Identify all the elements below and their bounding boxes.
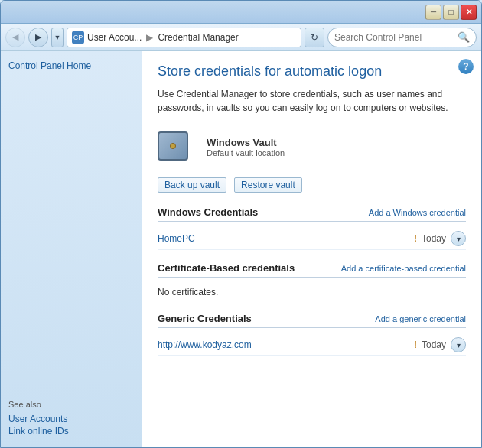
vault-actions: Back up vault Restore vault	[158, 177, 466, 193]
restore-vault-button[interactable]: Restore vault	[234, 177, 302, 193]
sidebar-item-home[interactable]: Control Panel Home	[8, 60, 134, 71]
main-window: ─ □ ✕ ◀ ▶ ▼ CP User Accou... ▶ Credentia…	[0, 0, 482, 448]
help-button[interactable]: ?	[458, 59, 474, 74]
dropdown-icon: ▼	[54, 34, 61, 41]
sidebar-item-user-accounts[interactable]: User Accounts	[8, 414, 134, 424]
generic-credentials-header: Generic Credentials Add a generic creden…	[158, 313, 466, 328]
homepc-expand-button[interactable]: ▾	[451, 231, 466, 246]
generic-credential-kodyaz: http://www.kodyaz.com ! Today ▾	[158, 334, 466, 356]
content-panel: ? Store credentials for automatic logon …	[142, 51, 481, 447]
vault-name: Windows Vault	[207, 137, 285, 148]
forward-button[interactable]: ▶	[28, 28, 48, 47]
windows-credentials-header: Windows Credentials Add a Windows creden…	[158, 206, 466, 222]
refresh-icon: ↻	[311, 32, 318, 43]
add-generic-credential-link[interactable]: Add a generic credential	[375, 314, 466, 323]
vault-info: Windows Vault Default vault location	[207, 137, 285, 157]
add-certificate-credential-link[interactable]: Add a certificate-based credential	[341, 264, 466, 273]
vault-section: Windows Vault Default vault location	[158, 127, 466, 167]
main-area: Control Panel Home See also User Account…	[1, 51, 481, 447]
search-icon[interactable]: 🔍	[458, 31, 470, 43]
certificate-credentials-title: Certificate-Based credentials	[158, 262, 295, 274]
windows-credential-homepc: HomePC ! Today ▾	[158, 228, 466, 250]
page-description: Use Credential Manager to store credenti…	[158, 87, 448, 115]
no-certificates-text: No certificates.	[158, 284, 466, 300]
kodyaz-expand-button[interactable]: ▾	[451, 337, 466, 352]
kodyaz-credential-name[interactable]: http://www.kodyaz.com	[158, 339, 252, 350]
path-part2: Credential Manager	[158, 32, 238, 43]
maximize-button[interactable]: □	[443, 5, 459, 20]
minimize-button[interactable]: ─	[425, 5, 441, 20]
homepc-credential-name[interactable]: HomePC	[158, 233, 195, 244]
close-button[interactable]: ✕	[461, 5, 477, 20]
sidebar-bottom: See also User Accounts Link online IDs	[8, 392, 134, 438]
safe-handle	[170, 143, 176, 149]
generic-credentials-section: Generic Credentials Add a generic creden…	[158, 313, 466, 356]
back-button[interactable]: ◀	[5, 28, 25, 47]
sidebar: Control Panel Home See also User Account…	[1, 51, 142, 447]
title-bar-buttons: ─ □ ✕	[425, 5, 477, 20]
address-icon: CP	[72, 31, 84, 44]
page-title: Store credentials for automatic logon	[158, 63, 466, 80]
search-input[interactable]	[334, 32, 454, 43]
vault-icon	[158, 127, 197, 167]
windows-credentials-title: Windows Credentials	[158, 206, 258, 218]
refresh-button[interactable]: ↻	[305, 28, 324, 47]
windows-credentials-section: Windows Credentials Add a Windows creden…	[158, 206, 466, 250]
certificate-credentials-section: Certificate-Based credentials Add a cert…	[158, 262, 466, 300]
forward-icon: ▶	[35, 32, 41, 42]
homepc-date: Today	[422, 233, 446, 244]
path-part1: User Accou...	[87, 32, 142, 43]
warning-icon: !	[414, 233, 417, 244]
history-dropdown[interactable]: ▼	[51, 28, 64, 47]
certificate-credentials-header: Certificate-Based credentials Add a cert…	[158, 262, 466, 278]
title-bar: ─ □ ✕	[1, 1, 481, 24]
add-windows-credential-link[interactable]: Add a Windows credential	[369, 208, 466, 217]
path-separator: ▶	[146, 32, 153, 43]
homepc-credential-date: ! Today ▾	[414, 231, 466, 246]
see-also-label: See also	[8, 392, 134, 409]
kodyaz-date: Today	[422, 339, 446, 350]
sidebar-item-link-online-ids[interactable]: Link online IDs	[8, 426, 134, 437]
back-icon: ◀	[12, 32, 18, 42]
safe-body	[158, 131, 188, 161]
address-path[interactable]: CP User Accou... ▶ Credential Manager	[67, 28, 301, 47]
vault-description: Default vault location	[207, 148, 285, 157]
kodyaz-credential-date: ! Today ▾	[414, 337, 466, 352]
generic-credentials-title: Generic Credentials	[158, 313, 252, 324]
backup-vault-button[interactable]: Back up vault	[158, 177, 226, 193]
address-bar: ◀ ▶ ▼ CP User Accou... ▶ Credential Mana…	[1, 24, 481, 51]
kodyaz-warning-icon: !	[414, 339, 417, 350]
search-box[interactable]: 🔍	[327, 28, 477, 47]
